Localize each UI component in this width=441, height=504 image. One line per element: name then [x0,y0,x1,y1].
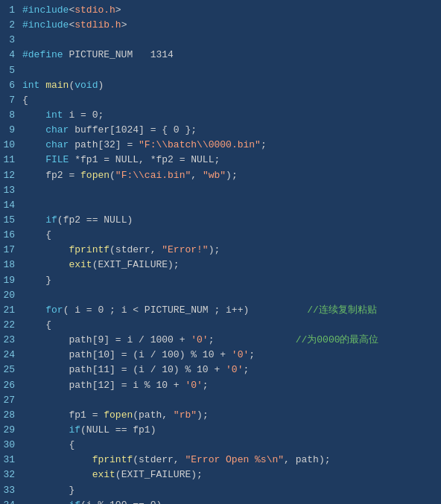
token-str: stdlib.h [74,19,121,31]
token-var: *fp1 = NULL, *fp2 = NULL; [69,154,220,165]
line-number: 22 [0,318,21,333]
table-row: 7{ [0,93,441,108]
line-number: 1 [0,3,21,18]
line-number: 5 [0,63,21,78]
table-row: 30 { [0,438,441,453]
token-pp: #include [22,19,69,31]
line-content: { [21,438,441,453]
line-content: exit(EXIT_FAILURE); [21,468,441,482]
line-content [21,198,441,213]
line-content [21,33,441,48]
line-number: 24 [0,348,21,363]
table-row: 22 { [0,318,441,333]
line-number: 26 [0,378,21,393]
line-number: 21 [0,303,21,318]
line-content: { [21,228,441,243]
table-row: 3 [0,33,441,48]
token-var: (fp2 == NULL) [57,214,133,226]
table-row: 23 path[9] = i / 1000 + '0'; //为0000的最高位 [0,333,441,348]
line-number: 12 [0,168,21,183]
line-content: #define PICTURE_NUM 1314 [21,48,441,63]
line-number: 25 [0,363,21,377]
token-var: { [22,229,51,240]
token-var: ( [110,170,115,181]
table-row: 9 char buffer[1024] = { 0 }; [0,123,441,138]
table-row: 26 path[12] = i % 10 + '0'; [0,378,441,393]
line-number: 15 [0,213,21,228]
token-var [22,170,45,181]
table-row: 28 fp1 = fopen(path, "rb"); [0,408,441,423]
token-cmt: //为0000的最高位 [296,334,379,345]
token-var: (stderr, [110,244,162,255]
token-var: (EXIT_FAILURE); [115,469,203,480]
line-content: } [21,483,441,498]
line-content: if(fp2 == NULL) [21,213,441,228]
token-var [22,349,69,360]
token-fn: main [45,80,69,91]
token-kw: if [45,214,57,226]
table-row: 25 path[11] = (i / 10) % 10 + '0'; [0,363,441,377]
table-row: 19 } [0,273,441,288]
token-var [22,304,45,316]
code-lines: 1#include<stdio.h>2#include<stdlib.h>3 4… [0,3,441,504]
token-var: path[32] = [69,139,139,150]
line-number: 18 [0,258,21,272]
code-editor: 1#include<stdio.h>2#include<stdlib.h>3 4… [0,0,441,504]
line-content: char buffer[1024] = { 0 }; [21,123,441,138]
line-content: { [21,318,441,333]
line-content: FILE *fp1 = NULL, *fp2 = NULL; [21,153,441,168]
token-var [22,409,69,421]
line-number: 3 [0,33,21,48]
table-row: 32 exit(EXIT_FAILURE); [0,468,441,482]
token-str: '0' [185,380,202,391]
token-var: i = 0; [63,109,104,121]
token-var [22,380,69,391]
token-var: path[9] = i / 1000 + [69,334,191,345]
table-row: 21 for( i = 0 ; i < PICTURE_NUM ; i++) /… [0,303,441,318]
token-kw: if [69,424,80,436]
line-number: 19 [0,273,21,288]
line-number: 20 [0,288,21,303]
line-number: 34 [0,498,21,504]
token-var [22,454,92,465]
line-number: 23 [0,333,21,348]
token-pp: #include [22,4,69,16]
token-var [22,259,69,270]
token-kw: int [22,80,39,91]
token-fn: exit [69,259,92,270]
token-cmt: //连续复制粘贴 [307,304,377,316]
line-content: #include<stdio.h> [21,3,441,18]
token-var: ); [209,244,220,255]
line-number: 7 [0,93,21,108]
line-number: 28 [0,408,21,423]
table-row: 29 if(NULL == fp1) [0,423,441,438]
token-var: ); [226,170,238,181]
line-number: 16 [0,228,21,243]
token-var: (i % 100 == 0) [80,500,162,504]
line-content: { [21,93,441,108]
line-content: fp1 = fopen(path, "rb"); [21,408,441,423]
token-fn: fprintf [92,454,133,465]
line-number: 2 [0,18,21,33]
token-kw: if [69,500,80,504]
token-fn: fprintf [69,244,110,255]
token-var [22,500,69,504]
token-var: ; [203,380,209,391]
token-var: (stderr, [133,454,185,465]
table-row: 2#include<stdlib.h> [0,18,441,33]
line-number: 32 [0,468,21,482]
token-var [22,139,45,150]
line-content [21,183,441,198]
line-content: #include<stdlib.h> [21,18,441,33]
line-content: path[11] = (i / 10) % 10 + '0'; [21,363,441,377]
table-row: 6int main(void) [0,78,441,93]
token-str: "wb" [203,170,226,181]
table-row: 13 [0,183,441,198]
token-var [22,334,69,345]
line-number: 6 [0,78,21,93]
token-var: (NULL == fp1) [80,424,156,436]
table-row: 17 fprintf(stderr, "Error!"); [0,243,441,258]
line-number: 13 [0,183,21,198]
token-var: ); [197,409,209,421]
table-row: 24 path[10] = (i / 100) % 10 + '0'; [0,348,441,363]
